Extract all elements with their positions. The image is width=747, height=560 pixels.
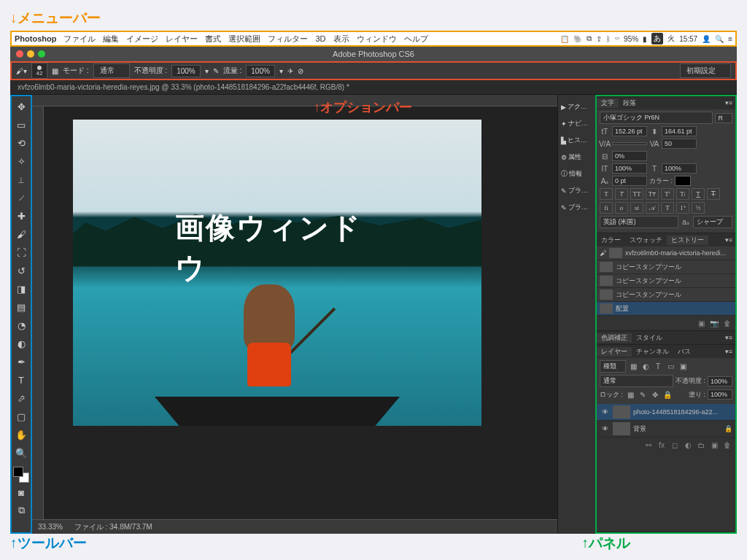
text-color-swatch[interactable] bbox=[675, 176, 691, 186]
history-item[interactable]: 配置 bbox=[597, 302, 735, 316]
tablet-size-icon[interactable]: ⊘ bbox=[298, 67, 303, 75]
filter-adjust-icon[interactable]: ◐ bbox=[640, 362, 651, 372]
tab-layers[interactable]: レイヤー bbox=[597, 347, 632, 357]
font-family[interactable]: 小塚ゴシック Pr6N bbox=[600, 112, 713, 124]
tab-swatches[interactable]: スウォッチ bbox=[625, 236, 667, 245]
stamp-tool[interactable]: ⛶ bbox=[12, 244, 30, 261]
panel-properties[interactable]: ⚙属性 bbox=[560, 151, 594, 163]
document-tab[interactable]: xvfzo6lmb0-maria-victoria-heredia-reyes.… bbox=[10, 80, 737, 95]
brush-tool[interactable]: 🖌 bbox=[12, 225, 30, 243]
menu-edit[interactable]: 編集 bbox=[103, 34, 119, 44]
bluetooth-icon[interactable]: ᛒ bbox=[606, 35, 611, 43]
zoom-window-icon[interactable] bbox=[38, 50, 45, 58]
layer-name[interactable]: photo-1448518184296-a22... bbox=[633, 408, 718, 416]
tab-history[interactable]: ヒストリー bbox=[667, 236, 708, 245]
kerning-field[interactable] bbox=[612, 142, 647, 145]
lock-trans-icon[interactable]: ▦ bbox=[625, 389, 635, 400]
adjust-icon[interactable]: ◐ bbox=[683, 440, 693, 450]
workspace-preset[interactable]: 初期設定 bbox=[680, 63, 731, 78]
lock-pixel-icon[interactable]: ✎ bbox=[638, 389, 648, 400]
layer-name[interactable]: 背景 bbox=[633, 424, 646, 434]
aa-select[interactable]: シャープ bbox=[693, 216, 732, 228]
filter-pixel-icon[interactable]: ▦ bbox=[628, 362, 638, 372]
gradient-tool[interactable]: ▤ bbox=[12, 298, 30, 316]
layer-item[interactable]: 👁 背景 🔒 bbox=[597, 421, 735, 438]
ime-indicator[interactable]: あ bbox=[651, 33, 663, 44]
image-canvas[interactable]: 画像ウィンドウ bbox=[73, 120, 481, 426]
leading-field[interactable]: 164.61 pt bbox=[662, 126, 697, 136]
opacity-field[interactable]: 100% bbox=[171, 65, 201, 77]
filter-shape-icon[interactable]: ▭ bbox=[665, 362, 676, 372]
panel-actions[interactable]: ▶アク… bbox=[560, 101, 594, 113]
type-tool[interactable]: T bbox=[12, 371, 30, 389]
tablet-opacity-icon[interactable]: ✎ bbox=[213, 67, 219, 75]
healing-tool[interactable]: ✚ bbox=[12, 207, 30, 225]
brush-panel-icon[interactable]: ▦ bbox=[52, 67, 58, 75]
panel-info[interactable]: ⓘ情報 bbox=[560, 168, 594, 180]
airbrush-icon[interactable]: ✈ bbox=[287, 67, 293, 75]
visibility-icon[interactable]: 👁 bbox=[600, 425, 610, 432]
ruler-horizontal[interactable] bbox=[32, 95, 557, 106]
tab-adjustments[interactable]: 色調補正 bbox=[597, 333, 632, 343]
ruler-vertical[interactable] bbox=[32, 106, 44, 519]
clipboard-icon[interactable]: 📋 bbox=[560, 35, 569, 43]
titling-btn[interactable]: T bbox=[661, 202, 674, 214]
history-brush-tool[interactable]: ↺ bbox=[12, 262, 30, 279]
pen-tool[interactable]: ✒ bbox=[12, 353, 30, 370]
layer-item[interactable]: 👁 photo-1448518184296-a22... bbox=[597, 404, 735, 421]
spotlight-icon[interactable]: 🔍 bbox=[715, 35, 724, 43]
layer-thumb[interactable] bbox=[613, 422, 630, 435]
menu-filter[interactable]: フィルター bbox=[268, 34, 308, 44]
delete-layer-icon[interactable]: 🗑 bbox=[722, 440, 732, 450]
filter-kind[interactable]: 種類 bbox=[600, 360, 626, 373]
tab-channels[interactable]: チャンネル bbox=[632, 347, 673, 357]
caps-btn[interactable]: TT bbox=[630, 188, 643, 200]
history-delete-icon[interactable]: 🗑 bbox=[722, 318, 732, 328]
filter-type-icon[interactable]: T bbox=[653, 362, 663, 372]
shape-tool[interactable]: ▢ bbox=[12, 408, 30, 425]
tsume-field[interactable]: 0% bbox=[612, 151, 647, 161]
battery-icon[interactable]: ▮ bbox=[643, 35, 647, 43]
dodge-tool[interactable]: ◐ bbox=[12, 335, 30, 352]
file-info[interactable]: ファイル : 34.8M/73.7M bbox=[74, 522, 152, 532]
font-weight[interactable]: R bbox=[715, 113, 733, 123]
visibility-icon[interactable]: 👁 bbox=[600, 408, 610, 416]
menu-window[interactable]: ウィンドウ bbox=[357, 34, 397, 44]
flow-dropdown-icon[interactable]: ▾ bbox=[279, 67, 283, 75]
panel-menu-icon[interactable]: ▾≡ bbox=[722, 99, 735, 106]
bold-btn[interactable]: T bbox=[600, 188, 613, 200]
smallcaps-btn[interactable]: Tᴛ bbox=[646, 188, 659, 200]
flow-field[interactable]: 100% bbox=[246, 65, 275, 77]
menu-type[interactable]: 書式 bbox=[205, 34, 221, 44]
menu-file[interactable]: ファイル bbox=[63, 34, 96, 44]
mode-select[interactable]: 通常 bbox=[93, 63, 130, 78]
tracking-field[interactable]: 50 bbox=[662, 139, 697, 149]
history-item[interactable]: コピースタンプツール bbox=[597, 260, 735, 274]
zoom-tool[interactable]: 🔍 bbox=[12, 444, 30, 462]
history-item[interactable]: コピースタンプツール bbox=[597, 274, 735, 288]
evernote-icon[interactable]: 🐘 bbox=[573, 35, 582, 43]
menu-help[interactable]: ヘルプ bbox=[404, 34, 428, 44]
color-swatches[interactable] bbox=[13, 467, 29, 483]
alt-btn[interactable]: 𝒜 bbox=[646, 202, 659, 214]
super-btn[interactable]: Tⁱ bbox=[661, 188, 674, 200]
sub-btn[interactable]: Tᵢ bbox=[676, 188, 689, 200]
panel-menu-icon[interactable]: ▾≡ bbox=[722, 236, 735, 244]
eraser-tool[interactable]: ◨ bbox=[12, 280, 30, 298]
panel-histogram[interactable]: ▙ヒス… bbox=[560, 134, 594, 147]
hand-tool[interactable]: ✋ bbox=[12, 426, 30, 443]
fx-icon[interactable]: fx bbox=[657, 440, 667, 450]
brush-state-icon[interactable]: 🖌 bbox=[600, 249, 606, 257]
history-item[interactable]: コピースタンプツール bbox=[597, 288, 735, 302]
crop-tool[interactable]: ⟂ bbox=[12, 171, 30, 188]
quickmask-tool[interactable]: ◙ bbox=[12, 483, 30, 501]
close-window-icon[interactable] bbox=[16, 50, 23, 58]
layer-fill[interactable]: 100% bbox=[708, 389, 732, 400]
menu-select[interactable]: 選択範囲 bbox=[228, 34, 260, 44]
tab-character[interactable]: 文字 bbox=[597, 98, 619, 108]
tab-styles[interactable]: スタイル bbox=[632, 333, 667, 343]
move-tool[interactable]: ✥ bbox=[12, 98, 30, 115]
fraction-btn[interactable]: ½ bbox=[692, 202, 705, 214]
lock-all-icon[interactable]: 🔒 bbox=[662, 389, 673, 400]
eyedropper-tool[interactable]: ⟋ bbox=[12, 189, 30, 206]
